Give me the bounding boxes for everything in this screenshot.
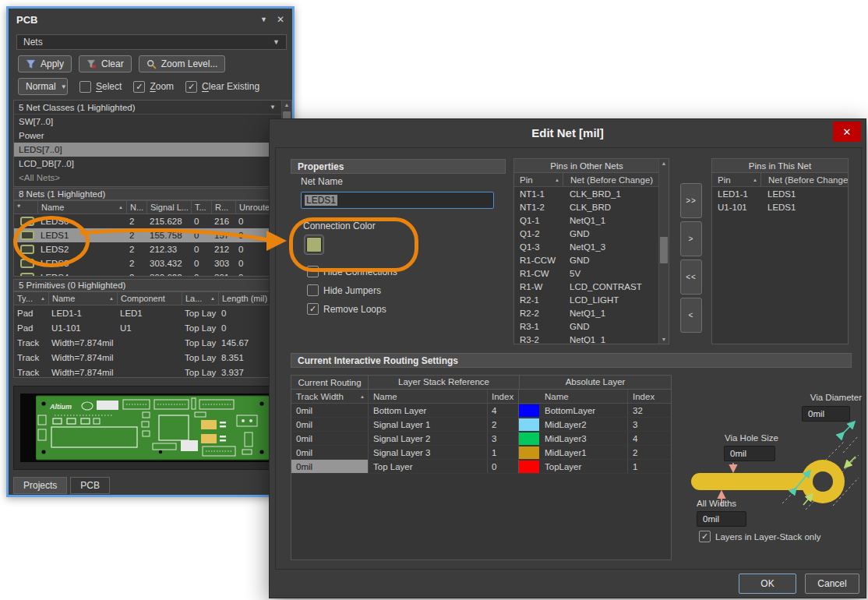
pin-row[interactable]: NT1-1CLK_BRD_1 xyxy=(514,187,659,200)
primitives-table-row[interactable]: PadU1-101U1Top Lay0 xyxy=(14,320,291,335)
pin-row[interactable]: R3-1GND xyxy=(514,319,659,333)
pins-column-header[interactable]: Net (Before Change) xyxy=(760,173,848,186)
clear-existing-checkbox[interactable]: Clear Existing xyxy=(185,81,259,93)
cancel-button[interactable]: Cancel xyxy=(805,574,859,594)
pin-row[interactable]: LED1-1LEDS1 xyxy=(712,187,848,200)
move-all-right-button[interactable]: >> xyxy=(680,183,702,218)
routing-sub-col[interactable]: Index xyxy=(487,390,518,403)
nets-table-row[interactable]: LEDS12155.75801570 xyxy=(14,228,291,242)
routing-row[interactable]: 0milSignal Layer 12MidLayer23 xyxy=(291,418,671,432)
pin-row[interactable]: R3-2NetQ1_1 xyxy=(514,333,659,344)
scroll-down-icon[interactable]: ▼ xyxy=(659,337,669,342)
board-preview[interactable]: Altium xyxy=(13,386,292,470)
panel-close-icon[interactable]: ✕ xyxy=(277,14,284,25)
nets-table-row[interactable]: LEDS32303.43203030 xyxy=(14,256,291,270)
primitives-column-header[interactable]: Ty...▲ xyxy=(14,292,48,305)
pin-row[interactable]: R2-2NetQ1_1 xyxy=(514,306,659,319)
net-color-swatch[interactable] xyxy=(20,231,34,240)
nets-column-header[interactable]: N... xyxy=(126,201,146,214)
hide-jumpers-checkbox[interactable]: Hide Jumpers xyxy=(307,284,397,296)
pins-column-header[interactable]: Pin▲ xyxy=(712,175,760,185)
net-classes-header[interactable]: 5 Net Classes (1 Highlighted) ▼ xyxy=(14,101,291,115)
routing-row[interactable]: 0milSignal Layer 31MidLayer12 xyxy=(291,446,671,460)
dialog-close-button[interactable]: ✕ xyxy=(833,122,861,142)
routing-row[interactable]: 0milSignal Layer 23MidLayer34 xyxy=(291,432,671,446)
net-color-swatch[interactable] xyxy=(20,273,34,277)
remove-loops-checkbox[interactable]: Remove Loops xyxy=(307,303,397,315)
pin-row[interactable]: Q1-3NetQ1_3 xyxy=(514,240,659,253)
layer-color-swatch[interactable] xyxy=(519,461,539,473)
move-right-button[interactable]: > xyxy=(680,221,702,256)
nets-column-header[interactable]: Signal L... xyxy=(146,201,191,214)
tab-projects[interactable]: Projects xyxy=(13,477,67,494)
pcb-panel-titlebar[interactable]: PCB ▼ ✕ xyxy=(9,9,292,30)
via-hole-size-input[interactable]: 0mil xyxy=(724,446,775,461)
panel-menu-chevron-icon[interactable]: ▼ xyxy=(260,16,267,23)
layers-in-layer-stack-checkbox[interactable]: Layers in Layer-Stack only xyxy=(699,531,821,542)
pin-row[interactable]: R1-CW5V xyxy=(514,266,659,280)
pins-column-header[interactable]: Pin▲ xyxy=(514,175,563,185)
primitives-table-row[interactable]: TrackWidth=7.874milTop Lay3.937 xyxy=(14,365,291,378)
apply-button[interactable]: Apply xyxy=(18,55,72,72)
routing-row[interactable]: 0milTop Layer0TopLayer1 xyxy=(291,460,671,474)
net-name-input[interactable]: LEDS1 xyxy=(301,192,494,209)
nets-column-header[interactable]: R... xyxy=(211,201,235,214)
all-widths-input[interactable]: 0mil xyxy=(697,511,746,527)
pin-row[interactable]: Q1-1NetQ1_1 xyxy=(514,214,659,227)
net-class-item[interactable]: <All Nets> xyxy=(14,171,282,185)
panel-scope-dropdown[interactable]: Nets ▼ xyxy=(16,34,287,50)
clear-button[interactable]: Clear xyxy=(79,55,132,72)
scroll-up-icon[interactable]: ▲ xyxy=(659,161,669,166)
routing-sub-col[interactable]: Index xyxy=(627,390,671,403)
zoom-checkbox[interactable]: Zoom xyxy=(133,81,174,93)
net-class-item[interactable]: LEDS[7..0] xyxy=(14,143,282,157)
nets-table-row[interactable]: LEDS42390.62203910 xyxy=(14,270,291,277)
zoom-level-button[interactable]: Zoom Level... xyxy=(139,55,226,72)
nets-column-header[interactable]: * xyxy=(14,201,37,214)
net-class-item[interactable]: LCD_DB[7..0] xyxy=(14,157,282,171)
pin-row[interactable]: Q1-2GND xyxy=(514,227,659,240)
hide-connections-checkbox[interactable]: Hide Connections xyxy=(307,266,397,277)
pins-other-scrollbar[interactable]: ▲ ▼ xyxy=(658,159,669,344)
primitives-table-row[interactable]: TrackWidth=7.874milTop Lay8.351 xyxy=(14,350,291,365)
routing-row[interactable]: 0milBottom Layer4BottomLayer32 xyxy=(291,404,671,418)
move-all-left-button[interactable]: << xyxy=(680,259,702,295)
net-class-item[interactable]: SW[7..0] xyxy=(14,115,282,129)
net-color-swatch[interactable] xyxy=(20,217,34,226)
nets-column-header[interactable]: Name▲ xyxy=(37,201,126,214)
primitives-table-row[interactable]: TrackWidth=7.874milTop Lay145.67 xyxy=(14,335,291,350)
layer-color-swatch[interactable] xyxy=(519,404,539,417)
layer-color-swatch[interactable] xyxy=(519,446,539,459)
mode-dropdown[interactable]: Normal ▼ xyxy=(18,78,68,95)
tab-pcb[interactable]: PCB xyxy=(70,477,110,494)
select-checkbox[interactable]: Select xyxy=(79,81,122,93)
nets-table-row[interactable]: LEDS02215.62802160 xyxy=(14,214,291,228)
move-left-button[interactable]: < xyxy=(680,298,702,333)
routing-sub-col[interactable]: Track Width▲ xyxy=(291,390,368,403)
net-color-swatch[interactable] xyxy=(20,245,34,254)
layer-color-swatch[interactable] xyxy=(519,432,539,445)
scroll-thumb[interactable] xyxy=(660,237,668,263)
routing-sub-col[interactable]: Name xyxy=(540,390,627,403)
pins-column-header[interactable]: Net (Before Change) xyxy=(563,173,659,186)
layer-color-swatch[interactable] xyxy=(519,418,539,431)
ref-index-cell: 4 xyxy=(487,404,518,417)
net-color-swatch[interactable] xyxy=(20,259,34,268)
connection-color-picker[interactable] xyxy=(304,235,324,255)
ok-button[interactable]: OK xyxy=(739,574,796,594)
net-class-item[interactable]: Power xyxy=(14,129,282,143)
nets-column-header[interactable]: T... xyxy=(191,201,211,214)
via-diameter-input[interactable]: 0mil xyxy=(802,406,850,422)
routing-sub-col[interactable]: Name xyxy=(368,390,487,403)
pin-row[interactable]: R1-WLCD_CONTRAST xyxy=(514,280,659,293)
primitives-column-header[interactable]: La...▲ xyxy=(182,292,218,305)
primitives-table-row[interactable]: PadLED1-1LED1Top Lay0 xyxy=(14,305,291,320)
scroll-up-icon[interactable]: ▲ xyxy=(282,102,291,108)
pin-row[interactable]: R2-1LCD_LIGHT xyxy=(514,293,659,306)
pin-row[interactable]: NT1-2CLK_BRD xyxy=(514,200,659,214)
pin-row[interactable]: R1-CCWGND xyxy=(514,253,659,266)
primitives-column-header[interactable]: Name▲ xyxy=(48,292,117,305)
primitives-column-header[interactable]: Component xyxy=(117,292,182,305)
pin-row[interactable]: U1-101LEDS1 xyxy=(712,200,848,214)
nets-table-row[interactable]: LEDS22212.3302120 xyxy=(14,242,291,256)
